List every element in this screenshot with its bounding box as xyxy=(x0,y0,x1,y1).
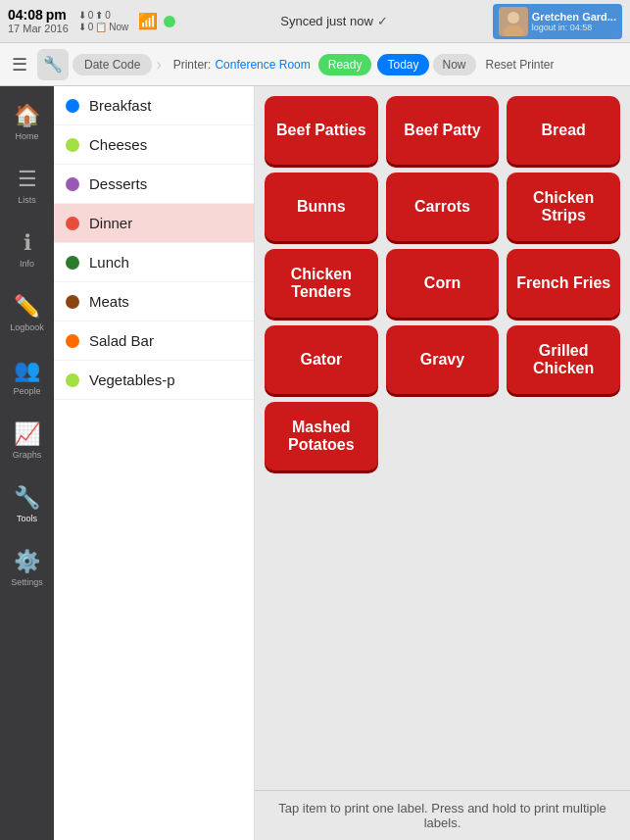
grid-item-beef-patty[interactable]: Beef Patty xyxy=(386,96,500,165)
user-name: Gretchen Gard... xyxy=(532,11,616,23)
list-item-cheeses[interactable]: Cheeses xyxy=(54,125,254,165)
list-dot xyxy=(66,334,79,348)
list-dot xyxy=(66,373,79,387)
time-block: 04:08 pm 17 Mar 2016 xyxy=(8,7,69,36)
breadcrumb-arrow: › xyxy=(156,56,161,74)
footer-text: Tap item to print one label. Press and h… xyxy=(278,801,606,830)
list-item-salad-bar[interactable]: Salad Bar xyxy=(54,321,254,361)
download-icon2: ⬇ xyxy=(78,22,86,32)
transfer-icons: ⬇ 0 ⬆ 0 ⬇ 0 📋 Now xyxy=(78,10,129,32)
list-name: Dinner xyxy=(89,215,132,231)
status-bar: 04:08 pm 17 Mar 2016 ⬇ 0 ⬆ 0 ⬇ 0 📋 Now 📶… xyxy=(0,0,630,43)
home-icon: 🏠 xyxy=(14,103,40,128)
sidebar-item-logbook[interactable]: ✏️ Logbook xyxy=(0,281,54,345)
list-item-vegetables-p[interactable]: Vegetables-p xyxy=(54,361,254,400)
sidebar-label-people: People xyxy=(13,386,40,396)
date-display: 17 Mar 2016 xyxy=(8,23,69,35)
lists-icon: ☰ xyxy=(18,167,37,192)
list-name: Meats xyxy=(89,293,129,310)
sidebar-item-settings[interactable]: ⚙️ Settings xyxy=(0,536,54,600)
grid-item-gator[interactable]: Gator xyxy=(265,325,378,394)
sidebar-label-graphs: Graphs xyxy=(13,450,42,460)
sync-text: Synced just now xyxy=(280,14,373,28)
reset-printer-button[interactable]: Reset Printer xyxy=(480,54,560,75)
list-name: Desserts xyxy=(89,175,147,192)
grid-item-beef-patties[interactable]: Beef Patties xyxy=(265,96,378,165)
sidebar-label-info: Info xyxy=(20,259,34,269)
grid-item-chicken-tenders[interactable]: Chicken Tenders xyxy=(265,249,378,318)
sidebar-item-lists[interactable]: ☰ Lists xyxy=(0,154,54,218)
list-item-lunch[interactable]: Lunch xyxy=(54,243,254,282)
grid-item-bread[interactable]: Bread xyxy=(507,96,620,165)
printer-prefix: Printer: xyxy=(173,58,212,72)
datecode-breadcrumb[interactable]: Date Code xyxy=(73,54,152,75)
connection-dot xyxy=(164,16,175,27)
grid-item-grilled-chicken[interactable]: Grilled Chicken xyxy=(507,325,620,394)
list-dot xyxy=(66,217,79,230)
user-badge[interactable]: Gretchen Gard... logout in: 04:58 xyxy=(493,4,622,39)
list-item-meats[interactable]: Meats xyxy=(54,282,254,321)
user-info: Gretchen Gard... logout in: 04:58 xyxy=(532,11,616,32)
svg-point-1 xyxy=(508,12,519,24)
grid-item-gravy[interactable]: Gravy xyxy=(386,325,500,394)
list-name: Lunch xyxy=(89,254,129,271)
wifi-icon: 📶 xyxy=(138,12,158,30)
download-icon: ⬇ xyxy=(78,10,86,21)
time-buttons: Today Now xyxy=(377,54,475,75)
user-logout: logout in: 04:58 xyxy=(532,23,616,32)
people-icon: 👥 xyxy=(14,358,40,383)
grid-item-corn[interactable]: Corn xyxy=(386,249,500,318)
grid-item-bunns[interactable]: Bunns xyxy=(265,173,378,241)
sidebar-item-tools[interactable]: 🔧 Tools xyxy=(0,472,54,536)
info-icon: ℹ xyxy=(24,230,31,256)
toolbar: ☰ 🔧 Date Code › Printer: Conference Room… xyxy=(0,43,630,86)
download-count1: 0 xyxy=(88,10,94,21)
logbook-icon: ✏️ xyxy=(14,294,40,320)
today-button[interactable]: Today xyxy=(377,54,428,75)
main-content: 🏠 Home ☰ Lists ℹ Info ✏️ Logbook 👥 Peopl… xyxy=(0,86,630,840)
list-name: Breakfast xyxy=(89,97,151,114)
grid-item-french-fries[interactable]: French Fries xyxy=(507,249,620,318)
grid-area: Beef PattiesBeef PattyBreadBunnsCarrotsC… xyxy=(255,86,630,790)
list-name: Salad Bar xyxy=(89,332,154,349)
graphs-icon: 📈 xyxy=(14,421,40,447)
sidebar-label-lists: Lists xyxy=(18,195,36,205)
now-icon: 📋 xyxy=(95,22,107,32)
user-avatar xyxy=(499,7,528,36)
sidebar-item-info[interactable]: ℹ Info xyxy=(0,218,54,281)
sidebar-label-tools: Tools xyxy=(17,514,37,523)
sidebar-label-settings: Settings xyxy=(11,577,43,587)
time-display: 04:08 xyxy=(8,7,43,24)
ampm-display: pm xyxy=(46,7,67,24)
now-button[interactable]: Now xyxy=(433,54,476,75)
list-panel: Breakfast Cheeses Desserts Dinner Lunch … xyxy=(54,86,255,840)
list-dot xyxy=(66,256,79,270)
upload-icon: ⬆ xyxy=(95,10,103,21)
ready-button[interactable]: Ready xyxy=(318,54,372,75)
grid-item-mashed-potatoes[interactable]: Mashed Potatoes xyxy=(265,402,378,470)
sidebar-item-people[interactable]: 👥 People xyxy=(0,345,54,409)
list-dot xyxy=(66,295,79,309)
list-item-dinner[interactable]: Dinner xyxy=(54,204,254,243)
sidebar: 🏠 Home ☰ Lists ℹ Info ✏️ Logbook 👥 Peopl… xyxy=(0,86,54,840)
list-dot xyxy=(66,177,79,191)
grid-item-chicken-strips[interactable]: Chicken Strips xyxy=(507,173,620,241)
list-dot xyxy=(66,138,79,152)
download-count2: 0 xyxy=(88,22,94,32)
list-item-desserts[interactable]: Desserts xyxy=(54,165,254,204)
grid-item-carrots[interactable]: Carrots xyxy=(386,173,500,241)
sync-checkmark: ✓ xyxy=(377,14,388,28)
settings-icon: ⚙️ xyxy=(14,549,40,574)
sync-status: Synced just now ✓ xyxy=(181,14,486,28)
sidebar-label-logbook: Logbook xyxy=(10,322,44,332)
list-dot xyxy=(66,99,79,113)
sidebar-item-home[interactable]: 🏠 Home xyxy=(0,90,54,154)
hamburger-icon[interactable]: ☰ xyxy=(6,50,33,79)
list-name: Cheeses xyxy=(89,136,147,153)
tools-icon[interactable]: 🔧 xyxy=(37,49,69,80)
tools-icon: 🔧 xyxy=(14,485,40,511)
list-name: Vegetables-p xyxy=(89,371,175,388)
sidebar-item-graphs[interactable]: 📈 Graphs xyxy=(0,409,54,472)
grid-panel: Beef PattiesBeef PattyBreadBunnsCarrotsC… xyxy=(255,86,630,840)
list-item-breakfast[interactable]: Breakfast xyxy=(54,86,254,125)
